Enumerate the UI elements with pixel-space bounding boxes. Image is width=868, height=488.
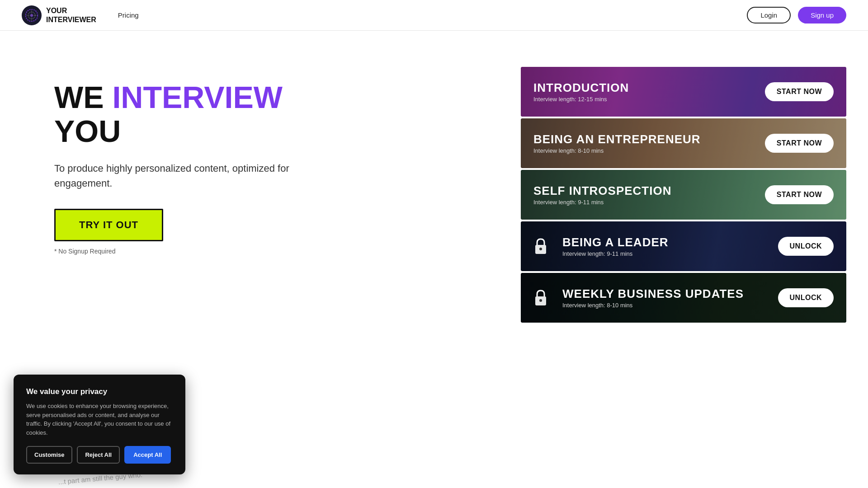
reject-all-button[interactable]: Reject All [77, 446, 120, 464]
hero-title-part1: WE [54, 80, 112, 114]
hero-title: WE INTERVIEW YOU [54, 80, 326, 148]
main-content: WE INTERVIEW YOU To produce highly perso… [0, 31, 868, 352]
pricing-link[interactable]: Pricing [118, 11, 139, 19]
cookie-text: We use cookies to enhance your browsing … [26, 402, 173, 437]
try-it-out-button[interactable]: TRY IT OUT [54, 209, 163, 241]
hero-title-part2: YOU [54, 114, 121, 148]
card-action-button[interactable]: START NOW [765, 82, 834, 101]
card-subtitle: Interview length: 8-10 mins [562, 302, 744, 309]
accept-all-button[interactable]: Accept All [124, 446, 171, 464]
logo-link[interactable]: YOUR INTERVIEWER [22, 5, 96, 25]
svg-point-9 [539, 299, 542, 302]
card-title: BEING AN ENTREPRENEUR [533, 132, 701, 146]
navbar: YOUR INTERVIEWER Pricing Login Sign up [0, 0, 868, 31]
interview-cards: INTRODUCTION Interview length: 12-15 min… [521, 67, 846, 324]
hero-title-accent: INTERVIEW [112, 80, 283, 114]
card-action-button[interactable]: UNLOCK [778, 288, 834, 307]
card-content: BEING A LEADER Interview length: 9-11 mi… [562, 235, 669, 257]
logo-text: YOUR INTERVIEWER [46, 6, 96, 23]
interview-card-business[interactable]: WEEKLY BUSINESS UPDATES Interview length… [521, 273, 846, 323]
hero-subtitle: To produce highly personalized content, … [54, 161, 326, 191]
no-signup-text: * No Signup Required [54, 248, 326, 255]
card-content: BEING AN ENTREPRENEUR Interview length: … [533, 132, 701, 154]
nav-right: Login Sign up [747, 7, 846, 23]
logo-icon [22, 5, 42, 25]
interview-card-self-introspection[interactable]: SELF INTROSPECTION Interview length: 9-1… [521, 170, 846, 220]
signup-button[interactable]: Sign up [798, 7, 846, 23]
card-content: INTRODUCTION Interview length: 12-15 min… [533, 81, 629, 103]
login-button[interactable]: Login [747, 7, 791, 23]
svg-point-7 [539, 248, 542, 250]
card-title: SELF INTROSPECTION [533, 184, 671, 198]
cookie-title: We value your privacy [26, 387, 173, 396]
card-subtitle: Interview length: 12-15 mins [533, 96, 629, 103]
card-action-button[interactable]: START NOW [765, 185, 834, 204]
card-action-button[interactable]: UNLOCK [778, 237, 834, 256]
cookie-buttons: Customise Reject All Accept All [26, 446, 173, 464]
card-action-button[interactable]: START NOW [765, 134, 834, 153]
interview-card-entrepreneur[interactable]: BEING AN ENTREPRENEUR Interview length: … [521, 118, 846, 168]
card-subtitle: Interview length: 9-11 mins [562, 250, 669, 257]
lock-icon [533, 238, 548, 255]
card-title: WEEKLY BUSINESS UPDATES [562, 287, 744, 301]
card-subtitle: Interview length: 9-11 mins [533, 199, 671, 206]
card-content: SELF INTROSPECTION Interview length: 9-1… [533, 184, 671, 206]
card-content: WEEKLY BUSINESS UPDATES Interview length… [562, 287, 744, 309]
lock-icon [533, 289, 548, 306]
card-subtitle: Interview length: 8-10 mins [533, 147, 701, 154]
card-title: BEING A LEADER [562, 235, 669, 249]
interview-card-leader[interactable]: BEING A LEADER Interview length: 9-11 mi… [521, 221, 846, 271]
customise-button[interactable]: Customise [26, 446, 72, 464]
card-title: INTRODUCTION [533, 81, 629, 95]
nav-left: YOUR INTERVIEWER Pricing [22, 5, 139, 25]
interview-card-introduction[interactable]: INTRODUCTION Interview length: 12-15 min… [521, 67, 846, 117]
cookie-banner: We value your privacy We use cookies to … [14, 375, 185, 474]
hero-section: WE INTERVIEW YOU To produce highly perso… [54, 67, 326, 255]
